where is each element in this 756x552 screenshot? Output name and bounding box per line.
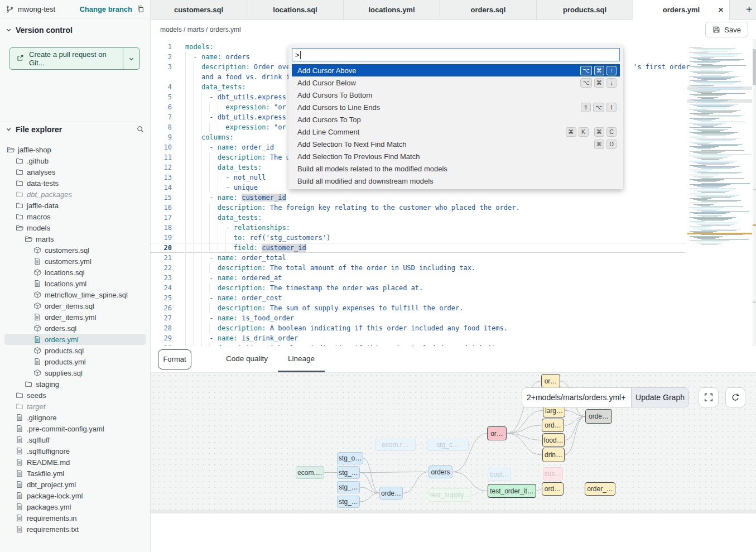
- file-item-customers.yml[interactable]: customers.yml: [4, 256, 146, 267]
- file-item-orders.sql[interactable]: orders.sql: [4, 323, 146, 334]
- file-item-package-lock.yml[interactable]: package-lock.yml: [4, 490, 146, 501]
- file-item-order_items.yml[interactable]: order_items.yml: [4, 311, 146, 323]
- search-icon[interactable]: [136, 125, 145, 136]
- file-item-products.sql[interactable]: products.sql: [4, 345, 146, 356]
- code-editor[interactable]: 1models:2 - name: orders3 description: O…: [151, 39, 756, 385]
- file-item-staging[interactable]: staging: [4, 378, 146, 390]
- fullscreen-icon[interactable]: [699, 387, 719, 407]
- lineage-node-test_order_it[interactable]: test_order_it…: [488, 484, 536, 498]
- lineage-node-food[interactable]: food…: [542, 433, 565, 447]
- copy-icon[interactable]: [137, 5, 145, 13]
- file-icon: [33, 280, 41, 287]
- close-icon[interactable]: ✕: [718, 6, 724, 14]
- code-line: 24 description: The timestamp the order …: [151, 283, 685, 293]
- palette-item[interactable]: Add Line Comment⌘K⌘C: [292, 126, 620, 138]
- lineage-node-order_[interactable]: order_…: [585, 482, 615, 496]
- file-item-analyses[interactable]: analyses: [4, 166, 146, 177]
- palette-item[interactable]: Add Cursors To Bottom: [292, 89, 620, 101]
- file-item-seeds[interactable]: seeds: [4, 390, 146, 401]
- palette-item[interactable]: Add Cursors to Line Ends⇧⌥I: [292, 101, 620, 113]
- palette-item[interactable]: Add Selection To Next Find Match⌘D: [292, 138, 620, 150]
- lineage-node-stg_[interactable]: stg_…: [337, 496, 360, 508]
- file-item-data-tests[interactable]: data-tests: [4, 177, 146, 189]
- file-item-supplies.sql[interactable]: supplies.sql: [4, 367, 146, 378]
- file-item-order_items.sql[interactable]: order_items.sql: [4, 300, 146, 311]
- file-item-jaffle-data[interactable]: jaffle-data: [4, 200, 146, 211]
- editor-scrollbar[interactable]: [753, 39, 756, 385]
- new-tab-plus-icon[interactable]: +: [742, 0, 756, 20]
- version-control-header[interactable]: Version control: [0, 26, 150, 35]
- palette-item[interactable]: Add Selection To Previous Find Match: [292, 150, 620, 162]
- minimap[interactable]: [687, 47, 752, 249]
- tab-locations.yml[interactable]: locations.yml: [344, 0, 440, 20]
- tab-customers.sql[interactable]: customers.sql: [151, 0, 247, 20]
- change-branch-link[interactable]: Change branch: [79, 5, 132, 13]
- selector-input[interactable]: [522, 388, 631, 407]
- lineage-node-orde[interactable]: orde…: [379, 487, 403, 500]
- lineage-node-or[interactable]: or…: [487, 426, 507, 440]
- lineage-node-stg_[interactable]: stg_…: [337, 466, 360, 479]
- lineage-node-orde[interactable]: orde…: [585, 409, 612, 424]
- lineage-canvas[interactable]: ecom.r…stg_c…stg_o…ecom.…stg_…stg_…stg_……: [151, 372, 756, 510]
- file-item-.pre-commit-config.yaml[interactable]: .pre-commit-config.yaml: [4, 423, 146, 434]
- pr-dropdown-caret[interactable]: [123, 48, 139, 69]
- refresh-icon[interactable]: [725, 387, 745, 407]
- palette-item[interactable]: Build all modified and downstream models: [292, 175, 620, 187]
- lineage-node-cus[interactable]: cus…: [543, 467, 563, 481]
- create-pull-request-button[interactable]: Create a pull request on Git...: [9, 47, 140, 70]
- save-button[interactable]: Save: [705, 22, 748, 37]
- file-explorer-header[interactable]: File explorer: [0, 125, 139, 134]
- palette-item[interactable]: Add Cursors To Top: [292, 113, 620, 126]
- file-item-requirements.txt[interactable]: requirements.txt: [4, 524, 146, 535]
- file-item-locations.sql[interactable]: locations.sql: [4, 267, 146, 278]
- palette-item[interactable]: Add Cursor Above⌥⌘↑: [292, 64, 620, 76]
- format-button[interactable]: Format: [158, 349, 191, 369]
- file-item-README.md[interactable]: README.md: [4, 457, 146, 468]
- file-item-orders.yml[interactable]: orders.yml: [4, 334, 146, 345]
- lineage-node-ord[interactable]: ord…: [542, 482, 564, 496]
- lineage-node-ecom.r[interactable]: ecom.r…: [375, 439, 416, 451]
- lineage-node-test_supply[interactable]: test_supply…: [428, 488, 472, 502]
- file-item-.gitignore[interactable]: .gitignore: [4, 412, 146, 423]
- scrollbar-thumb[interactable]: [753, 49, 756, 85]
- file-item-.sqlfluff[interactable]: .sqlfluff: [4, 434, 146, 445]
- panel-tab-Code quality[interactable]: Code quality: [216, 346, 278, 372]
- tab-products.sql[interactable]: products.sql: [537, 0, 633, 20]
- lineage-node-stg_[interactable]: stg_…: [337, 481, 360, 493]
- file-item-metricflow_time_spine.sql[interactable]: metricflow_time_spine.sql: [4, 289, 146, 300]
- palette-item[interactable]: Add Cursor Below⌥⌘↓: [292, 76, 620, 89]
- file-item-label: models: [27, 224, 50, 232]
- tab-orders.sql[interactable]: orders.sql: [440, 0, 537, 20]
- lineage-node-stg_c[interactable]: stg_c…: [427, 439, 469, 451]
- file-item-jaffle-shop[interactable]: jaffle-shop: [4, 144, 146, 155]
- file-item-macros[interactable]: macros: [4, 211, 146, 222]
- file-item-dbt_packages[interactable]: dbt_packages: [4, 189, 146, 200]
- horizontal-scrollbar[interactable]: [151, 510, 756, 513]
- command-palette-input[interactable]: >: [292, 48, 620, 61]
- file-item-.sqlfluffignore[interactable]: .sqlfluffignore: [4, 445, 146, 457]
- file-item-marts[interactable]: marts: [4, 233, 146, 244]
- lineage-node-drin[interactable]: drin…: [542, 448, 565, 462]
- model-icon: [33, 302, 41, 310]
- tab-orders.yml[interactable]: orders.yml✕: [633, 0, 730, 20]
- tab-locations.sql[interactable]: locations.sql: [247, 0, 344, 20]
- panel-tab-Lineage[interactable]: Lineage: [278, 346, 325, 372]
- file-item-products.yml[interactable]: products.yml: [4, 356, 146, 367]
- file-item-dbt_project.yml[interactable]: dbt_project.yml: [4, 479, 146, 490]
- file-item-.github[interactable]: .github: [4, 155, 146, 166]
- file-item-target[interactable]: target: [4, 401, 146, 412]
- file-item-packages.yml[interactable]: packages.yml: [4, 501, 146, 512]
- lineage-node-orders[interactable]: orders: [428, 465, 452, 478]
- file-item-Taskfile.yml[interactable]: Taskfile.yml: [4, 468, 146, 479]
- file-item-locations.yml[interactable]: locations.yml: [4, 278, 146, 289]
- lineage-node-ord[interactable]: ord…: [542, 419, 564, 432]
- file-item-models[interactable]: models: [4, 222, 146, 233]
- file-item-requirements.in[interactable]: requirements.in: [4, 512, 146, 524]
- lineage-node-stg_o[interactable]: stg_o…: [337, 452, 363, 464]
- palette-item[interactable]: Build all models related to the modified…: [292, 162, 620, 175]
- update-graph-button[interactable]: Update Graph: [631, 388, 688, 407]
- lineage-node-cust[interactable]: cust…: [488, 468, 511, 481]
- file-item-customers.sql[interactable]: customers.sql: [4, 244, 146, 256]
- lineage-node-or[interactable]: or…: [541, 374, 560, 388]
- lineage-node-ecom.[interactable]: ecom.…: [296, 466, 324, 479]
